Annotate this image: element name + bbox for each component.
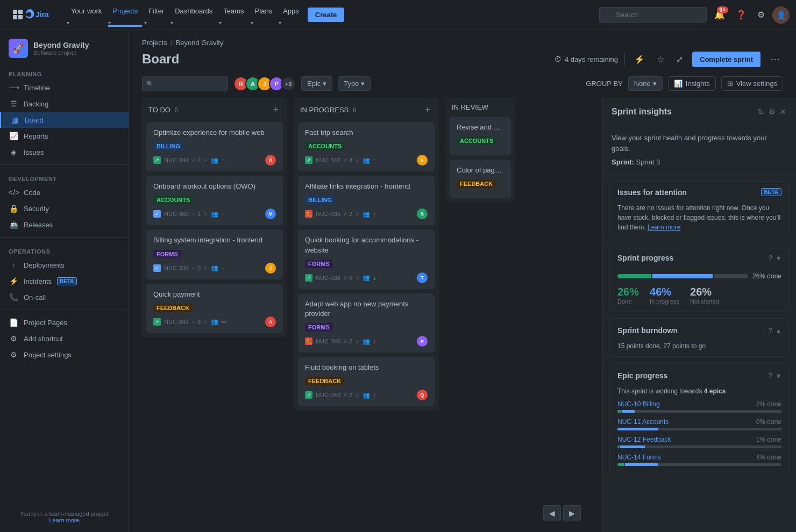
sidebar-item-label: Timeline <box>24 84 50 92</box>
card-id: NUC-360 <box>164 211 189 217</box>
subtask-icon: ⑃ 3 <box>192 265 201 271</box>
burndown-text: 15 points done, 27 points to go <box>617 342 781 350</box>
card-tag: BILLING <box>153 142 183 150</box>
progress-help-button[interactable]: ? <box>767 253 773 263</box>
nav-plans[interactable]: Plans ▾ <box>251 4 277 26</box>
epic-filter-button[interactable]: Epic ▾ <box>301 76 332 91</box>
done-val: 26% <box>617 286 639 298</box>
settings-button[interactable]: ⚙ <box>754 6 768 23</box>
sidebar-item-incidents[interactable]: ⚡ Incidents BETA <box>0 273 129 289</box>
section-body-epic: This sprint is working towards 4 epics N… <box>610 387 789 478</box>
user-avatar[interactable]: 👤 <box>772 6 790 24</box>
filter-search-input[interactable] <box>142 76 228 91</box>
column-todo: TO DO 6 + Optimize experience for mobile… <box>142 98 287 337</box>
nav-apps[interactable]: Apps ▾ <box>279 4 303 26</box>
development-label: DEVELOPMENT <box>0 169 129 184</box>
complete-sprint-button[interactable]: Complete sprint <box>692 52 761 67</box>
column-add-todo[interactable]: + <box>271 103 281 117</box>
insights-button[interactable]: 📊 Insights <box>668 76 716 91</box>
nav-teams[interactable]: Teams ▾ <box>219 4 248 26</box>
app-logo[interactable]: Jira <box>6 0 60 30</box>
sidebar-item-releases[interactable]: 🚢 Releases <box>0 217 129 233</box>
help-button[interactable]: ❓ <box>733 6 750 23</box>
card-meta: ✓ NUC-339 ⑃ 3 ⑂ 👥 ↓ J <box>153 263 276 274</box>
sidebar-item-backlog[interactable]: ☰ Backlog <box>0 96 129 112</box>
card-nuc-339[interactable]: Billing system integration - frontend FO… <box>146 229 283 279</box>
epic-item-2: NUC-11 Accounts 0% done <box>617 418 781 430</box>
sidebar-item-security[interactable]: 🔒 Security <box>0 200 129 217</box>
nav-your-work[interactable]: Your work ▾ <box>67 4 106 26</box>
epic-name-3[interactable]: NUC-12 Feedback <box>617 436 671 443</box>
sidebar-item-code[interactable]: </> Code <box>0 184 129 200</box>
card-nuc-336[interactable]: Quick booking for accommodations - websi… <box>298 229 435 289</box>
more-options-button[interactable]: ⋯ <box>767 51 783 67</box>
card-nuc-335[interactable]: Affiliate links integration - frontend B… <box>298 176 435 225</box>
epic-bar-4 <box>617 463 781 466</box>
type-filter-button[interactable]: Type ▾ <box>338 76 371 91</box>
card-nuc-341[interactable]: Quick payment FEEDBACK ↗ NUC-341 ⑃ 3 ⑂ 👥… <box>146 284 283 333</box>
sidebar-item-deployments[interactable]: ↑ Deployments <box>0 257 129 273</box>
card-avatar: K <box>417 155 428 166</box>
card-inreview-2[interactable]: Color of pages lo... FEEDBACK <box>450 160 511 198</box>
create-button[interactable]: Create <box>308 8 344 22</box>
burndown-help-button[interactable]: ? <box>767 325 773 336</box>
column-add-inprogress[interactable]: + <box>422 103 432 117</box>
group-by-button[interactable]: None ▾ <box>628 76 663 91</box>
card-nuc-346[interactable]: Adapt web app no new payments provider F… <box>298 293 435 353</box>
nav-projects[interactable]: Projects ▾ <box>108 4 142 26</box>
card-inreview-1[interactable]: Revise and update booking ACCOUNTS <box>450 117 511 155</box>
insights-header-actions: ↻ ⚙ ✕ <box>757 106 787 117</box>
progress-collapse-button[interactable]: ▾ <box>776 253 781 263</box>
sidebar-item-issues[interactable]: ◈ Issues <box>0 144 129 160</box>
sidebar-item-add-shortcut[interactable]: ⚙ Add shortcut <box>0 330 129 347</box>
nav-filter[interactable]: Filter ▾ <box>144 4 168 26</box>
sidebar-item-oncall[interactable]: 📞 On-call <box>0 289 129 305</box>
scroll-right-button[interactable]: ▶ <box>563 505 581 521</box>
epic-inprogress-4 <box>625 463 658 466</box>
card-nuc-360[interactable]: Onboard workout options (OWO) ACCOUNTS ✓… <box>146 176 283 225</box>
card-nuc-342[interactable]: Fast trip search ACCOUNTS ↗ NUC-342 ⑃ 4 … <box>298 122 435 171</box>
epic-name-4[interactable]: NUC-14 Forms <box>617 454 661 461</box>
notstarted-val: 26% <box>690 286 719 298</box>
avatar-more[interactable]: +3 <box>281 76 296 91</box>
view-settings-button[interactable]: ⊞ View settings <box>721 76 783 91</box>
epic-progress-section: Epic progress ? ▾ This sprint is working… <box>609 363 790 478</box>
insights-panel-title: Sprint insights <box>612 107 672 117</box>
people-icon: 👥 <box>211 157 218 164</box>
people-icon: 👥 <box>211 211 218 218</box>
scroll-left-button[interactable]: ◀ <box>543 505 561 521</box>
notstarted-bar <box>714 274 748 278</box>
close-panel-button[interactable]: ✕ <box>779 106 787 117</box>
inprogress-bar <box>652 274 713 278</box>
card-id: NUC-343 <box>316 392 340 398</box>
epic-name-2[interactable]: NUC-11 Accounts <box>617 418 669 426</box>
priority-icon: ═ <box>373 157 378 163</box>
section-title-attention: Issues for attention <box>617 188 687 197</box>
epic-name-1[interactable]: NUC-10 Billing <box>617 400 660 408</box>
card-nuc-343[interactable]: Fluid booking on tablets FEEDBACK ↗ NUC-… <box>298 357 435 406</box>
burndown-section-actions: ? ▴ <box>767 325 781 336</box>
breadcrumb-project-name[interactable]: Beyond Gravity <box>176 39 224 47</box>
fullscreen-button[interactable]: ⤢ <box>673 52 686 67</box>
configure-button[interactable]: ⚙ <box>767 106 777 117</box>
sidebar-item-board[interactable]: ▦ Board <box>0 112 129 128</box>
learn-more-link[interactable]: Learn more <box>648 224 680 231</box>
star-button[interactable]: ☆ <box>654 52 667 67</box>
refresh-button[interactable]: ↻ <box>757 106 765 117</box>
notifications-button[interactable]: 🔔 9+ <box>711 6 728 23</box>
card-nuc-344[interactable]: Optimize experience for mobile web BILLI… <box>146 122 283 171</box>
sidebar-item-project-pages[interactable]: 📄 Project Pages <box>0 314 129 330</box>
search-input[interactable] <box>599 7 707 23</box>
priority-icon: ↑ <box>373 392 376 398</box>
sidebar-item-project-settings[interactable]: ⚙ Project settings <box>0 347 129 363</box>
burndown-expand-button[interactable]: ▴ <box>776 325 781 336</box>
sidebar-item-timeline[interactable]: ⟶ Timeline <box>0 80 129 96</box>
epic-help-button[interactable]: ? <box>767 370 773 381</box>
clock-icon: ⏱ <box>554 55 562 63</box>
epic-expand-button[interactable]: ▾ <box>776 370 781 381</box>
lightning-button[interactable]: ⚡ <box>631 52 648 67</box>
footer-link[interactable]: Learn more <box>49 517 79 523</box>
nav-dashboards[interactable]: Dashboards ▾ <box>170 4 217 26</box>
breadcrumb-projects[interactable]: Projects <box>142 39 167 47</box>
sidebar-item-reports[interactable]: 📈 Reports <box>0 128 129 144</box>
